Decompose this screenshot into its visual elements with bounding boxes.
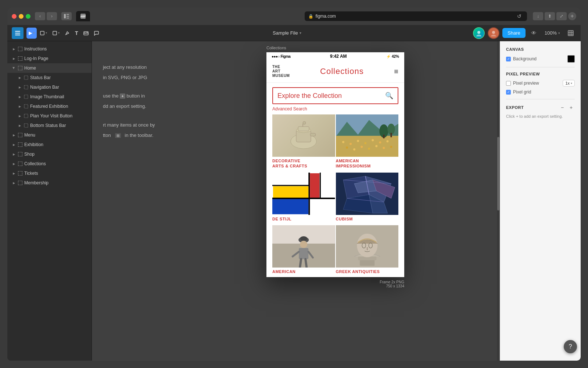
sidebar-icon — [64, 14, 69, 18]
chevron-icon: ▶ — [12, 66, 16, 70]
pen-icon — [65, 31, 70, 36]
layout-grid-button[interactable] — [565, 28, 576, 39]
chevron-icon: ▶ — [12, 47, 16, 51]
eye-icon: 👁 — [531, 30, 537, 36]
browser-chrome: ‹ › ABP 🔒 — [7, 7, 581, 25]
advanced-search-link[interactable]: Advanced Search — [272, 106, 398, 112]
figma-menu-button[interactable] — [12, 27, 24, 39]
search-bar[interactable]: Explore the Collection 🔍 — [272, 87, 398, 104]
layer-item-plan-visit[interactable]: ▶ Plan Your Visit Button — [7, 111, 92, 121]
zoom-level: 100% — [545, 30, 557, 36]
group-layer-icon — [24, 123, 29, 128]
pixel-preview-select[interactable]: 1x ▾ — [563, 80, 575, 86]
avatar-current-user[interactable] — [473, 27, 485, 39]
minimize-button[interactable] — [19, 14, 24, 19]
layer-item-image-thumbnail[interactable]: ▶ Image Thumbnail — [7, 92, 92, 102]
frame-layer-icon — [18, 66, 23, 71]
background-color-swatch[interactable] — [567, 55, 575, 63]
svg-rect-4 — [40, 31, 44, 35]
comment-tool-button[interactable] — [92, 28, 101, 39]
collection-label-american2: AMERICAN — [272, 269, 335, 277]
svg-rect-58 — [273, 186, 308, 198]
layer-item-membership[interactable]: ▶ Membership — [7, 178, 92, 188]
file-name[interactable]: Sample File ▾ — [273, 30, 301, 36]
collection-item-destijl[interactable]: DE STIJL — [272, 173, 335, 224]
svg-point-37 — [372, 139, 374, 141]
chevron-icon: ▶ — [18, 75, 22, 80]
layer-item-exhibition[interactable]: ▶ Exhibition — [7, 140, 92, 149]
left-panel: ▶ Instructions ▶ Log-In Page ▶ — [7, 41, 92, 361]
collection-item-american-impressionism[interactable]: AMERICAN IMPRESSIONISM — [336, 114, 399, 172]
close-button[interactable] — [12, 14, 17, 19]
canvas-scrollbar[interactable] — [497, 41, 500, 361]
help-button[interactable]: ? — [564, 340, 577, 353]
hamburger-menu-icon[interactable]: ≡ — [394, 67, 398, 76]
browser-actions: ↓ ⬆ ⤢ + — [533, 12, 576, 20]
image-tool-button[interactable] — [81, 28, 91, 39]
sidebar-toggle-button[interactable] — [61, 12, 72, 20]
pixel-preview-row: Pixel preview 1x ▾ — [506, 80, 575, 86]
layer-item-featured-exhibition[interactable]: ▶ Featured Exhibition — [7, 102, 92, 111]
collection-label-greek: GREEK ANTIQUITIES — [336, 269, 399, 277]
scrollbar-thumb[interactable] — [497, 137, 499, 210]
shape-tool-button[interactable]: ▾ — [50, 28, 62, 39]
back-button[interactable]: ‹ — [35, 12, 45, 20]
zoom-control[interactable]: 100% ▾ — [542, 29, 562, 37]
share-browser-button[interactable]: ⬆ — [545, 12, 555, 20]
svg-point-11 — [491, 35, 496, 36]
frame-layer-icon — [18, 142, 23, 147]
frame-layer-icon — [18, 132, 23, 138]
layer-item-status-bar[interactable]: ▶ Status Bar — [7, 73, 92, 82]
forward-button[interactable]: › — [47, 12, 57, 20]
browser-titlebar: ‹ › ABP 🔒 — [7, 7, 581, 25]
tab-favicon: ABP — [80, 14, 86, 19]
download-button[interactable]: ↓ — [533, 12, 543, 20]
layer-item-nav-bar[interactable]: ▶ Navigation Bar — [7, 82, 92, 92]
maximize-button[interactable] — [26, 14, 31, 19]
layer-label-login: Log-In Page — [24, 56, 89, 61]
pixel-grid-row: ✓ Pixel grid — [506, 89, 575, 95]
text-tool-button[interactable]: T — [73, 28, 80, 39]
svg-point-29 — [303, 121, 306, 124]
pixel-preview-checkbox[interactable] — [506, 81, 511, 86]
layer-item-login[interactable]: ▶ Log-In Page — [7, 54, 92, 63]
svg-point-36 — [364, 142, 366, 144]
layer-item-collections[interactable]: ▶ Collections — [7, 159, 92, 169]
layer-label-bottom-status: Bottom Status Bar — [30, 123, 89, 128]
new-tab-button[interactable]: + — [568, 12, 576, 20]
svg-point-34 — [349, 143, 352, 145]
pixel-grid-checkbox[interactable]: ✓ — [506, 90, 511, 95]
select-tool-button[interactable]: ▶ ▾ — [26, 28, 37, 39]
layer-item-tickets[interactable]: ▶ Tickets — [7, 169, 92, 178]
background-checkbox[interactable]: ✓ — [506, 57, 511, 61]
tab-area: ABP — [76, 11, 299, 21]
svg-rect-17 — [24, 76, 28, 79]
reload-button[interactable]: ↺ — [515, 12, 523, 20]
avatar-collaborator[interactable] — [488, 27, 499, 39]
export-minus-button[interactable]: − — [559, 104, 566, 111]
expand-button[interactable]: ⤢ — [556, 12, 567, 20]
collection-item-greek[interactable]: GREEK ANTIQUITIES — [336, 225, 399, 277]
collection-item-decorative[interactable]: DECORATIVE ARTS & CRAFTS — [272, 114, 335, 172]
layer-item-instructions[interactable]: ▶ Instructions — [7, 44, 92, 54]
frame-tool-button[interactable]: ▾ — [37, 28, 49, 39]
file-name-text: Sample File — [273, 30, 298, 36]
image-icon — [83, 31, 89, 36]
active-tab[interactable]: ABP — [76, 11, 90, 21]
collection-label-destijl: DE STIJL — [272, 216, 335, 224]
url-bar[interactable]: 🔒 figma.com ↺ — [305, 11, 527, 21]
pen-tool-button[interactable] — [62, 28, 72, 39]
layer-item-menu[interactable]: ▶ Menu — [7, 130, 92, 140]
group-layer-icon — [24, 85, 29, 90]
share-button[interactable]: Share — [502, 28, 526, 38]
layer-item-bottom-status[interactable]: ▶ Bottom Status Bar — [7, 121, 92, 130]
present-button[interactable]: 👁 — [528, 28, 539, 39]
layer-item-home[interactable]: ▶ Home — [7, 63, 92, 73]
layer-label-status-bar: Status Bar — [30, 75, 89, 80]
layer-item-shop[interactable]: ▶ Shop — [7, 149, 92, 159]
chevron-icon: ▶ — [12, 171, 16, 176]
collection-item-american2[interactable]: AMERICAN — [272, 225, 335, 277]
svg-point-45 — [383, 147, 385, 149]
collection-item-cubism[interactable]: CUBISM — [336, 173, 399, 224]
export-plus-button[interactable]: + — [567, 104, 575, 111]
